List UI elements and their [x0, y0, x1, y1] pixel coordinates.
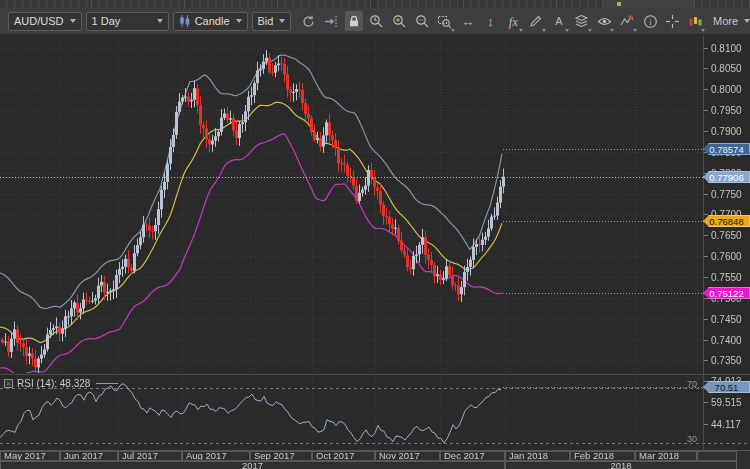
price-tick-label: 0.8000 — [711, 84, 742, 95]
price-tick-label: 0.7450 — [711, 314, 742, 325]
rsi-level-label: 70 — [687, 379, 697, 389]
chart-toolbar: AUD/USD 1 Day Candle Bid ↔ ↕ — [0, 8, 750, 35]
more-label: More — [713, 15, 738, 27]
price-side-select[interactable]: Bid — [252, 12, 292, 31]
chart-tab[interactable] — [185, 0, 278, 8]
rsi-indicator-header: × RSI (14): 48.328 — [4, 378, 118, 389]
month-label-cell: Aug 2017 — [182, 451, 250, 461]
chart-tab[interactable] — [695, 0, 750, 8]
month-label-cell: Jul 2017 — [118, 451, 182, 461]
go-to-latest-icon[interactable] — [322, 11, 340, 31]
chart-type-select[interactable]: Candle — [173, 12, 248, 31]
info-icon[interactable]: i — [641, 11, 659, 31]
price-side-value: Bid — [258, 15, 274, 27]
patterns-icon[interactable] — [618, 11, 636, 31]
chart-tab[interactable] — [557, 0, 603, 8]
period-value: 1 Day — [92, 15, 151, 27]
chart-tab[interactable] — [0, 0, 92, 8]
price-tick-label: 0.7600 — [711, 251, 742, 262]
zoom-in-icon[interactable] — [391, 11, 409, 31]
time-axis[interactable]: May 2017Jun 2017Jul 2017Aug 2017Sep 2017… — [0, 450, 750, 469]
month-label-cell: Sep 2017 — [250, 451, 312, 461]
month-label-cell: Jun 2017 — [60, 451, 118, 461]
rsi-tick-label: 59.515 — [711, 397, 742, 408]
chart-area: × RSI (14): 48.328 0.81000.80500.80000.7… — [0, 35, 750, 469]
current-price-badge: 0.77906 — [703, 171, 750, 183]
month-label-cell: Mar 2018 — [635, 451, 697, 461]
chart-style-colors-icon[interactable] — [687, 11, 705, 31]
visibility-icon[interactable] — [596, 11, 614, 31]
month-label-cell: Jan 2018 — [505, 451, 570, 461]
time-zoom-icon[interactable] — [368, 11, 386, 31]
upper-band-value-badge: 0.78574 — [703, 143, 750, 155]
chevron-down-icon — [279, 19, 285, 23]
rsi-value-badge: 70.51 — [703, 381, 750, 393]
price-tick-label: 0.8100 — [711, 43, 742, 54]
more-button[interactable]: More — [713, 15, 750, 27]
symbol-select[interactable]: AUD/USD — [8, 12, 82, 31]
chevron-down-icon — [236, 19, 242, 23]
refresh-icon[interactable] — [299, 11, 317, 31]
year-label-cell: 2017 — [0, 461, 505, 469]
period-select[interactable]: 1 Day — [86, 12, 169, 31]
chart-tab-strip — [0, 0, 750, 8]
rsi-line-sample — [96, 383, 118, 384]
month-label-cell: Dec 2017 — [440, 451, 505, 461]
layers-icon[interactable] — [573, 11, 591, 31]
text-annotation-icon[interactable]: A — [550, 11, 568, 31]
chart-tab[interactable] — [278, 0, 371, 8]
middle-band-value-badge: 0.76848 — [703, 215, 750, 227]
chevron-down-icon — [70, 19, 76, 23]
indicators-icon[interactable]: fx — [504, 11, 522, 31]
lock-icon[interactable] — [345, 11, 363, 31]
box-zoom-icon[interactable] — [436, 11, 454, 31]
price-tick-label: 0.7400 — [711, 335, 742, 346]
month-label-cell: May 2017 — [0, 451, 60, 461]
price-tick-label: 0.7650 — [711, 230, 742, 241]
month-label-cell: Oct 2017 — [312, 451, 375, 461]
new-tab-indicator-dot — [617, 2, 621, 6]
scroll-vertical-icon[interactable]: ↕ — [482, 11, 500, 31]
month-label-cell: Nov 2017 — [375, 451, 440, 461]
chart-tab[interactable] — [464, 0, 557, 8]
lower-band-value-badge: 0.75122 — [703, 287, 750, 299]
zoom-out-icon[interactable] — [413, 11, 431, 31]
scroll-horizontal-icon[interactable]: ↔ — [459, 11, 477, 31]
chevron-down-icon — [744, 19, 750, 23]
price-tick-label: 0.8050 — [711, 63, 742, 74]
rsi-tick-label: 44.117 — [711, 419, 741, 430]
price-tick-label: 0.7350 — [711, 355, 742, 366]
rsi-level-label: 30 — [687, 434, 697, 444]
rsi-remove-button[interactable]: × — [4, 379, 13, 388]
month-label-cell — [697, 451, 737, 461]
price-tick-label: 0.7750 — [711, 189, 742, 200]
symbol-value: AUD/USD — [14, 15, 64, 27]
draw-icon[interactable] — [527, 11, 545, 31]
price-tick-label: 0.7900 — [711, 126, 742, 137]
chart-type-value: Candle — [195, 15, 230, 27]
rsi-label: RSI (14): 48.328 — [17, 378, 90, 389]
month-label-cell: Feb 2018 — [570, 451, 635, 461]
chart-tab[interactable] — [92, 0, 185, 8]
year-label-cell: 2018 — [505, 461, 737, 469]
crosshair-icon[interactable] — [664, 11, 682, 31]
price-tick-label: 0.7550 — [711, 272, 742, 283]
chevron-down-icon — [157, 19, 163, 23]
chart-tab[interactable] — [371, 0, 464, 8]
candle-chart-icon — [179, 15, 190, 27]
svg-text:i: i — [649, 17, 652, 27]
price-tick-label: 0.7950 — [711, 105, 742, 116]
